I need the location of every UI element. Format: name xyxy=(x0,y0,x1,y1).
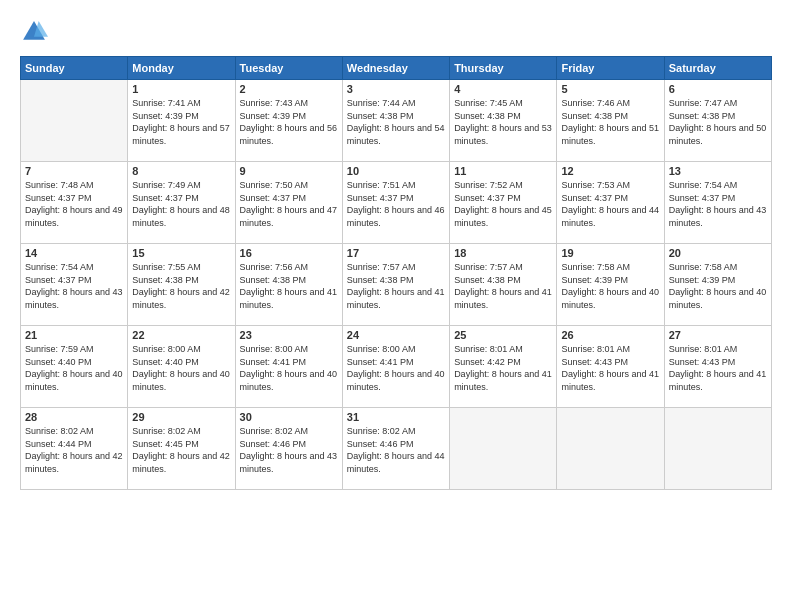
week-row-2: 7Sunrise: 7:48 AMSunset: 4:37 PMDaylight… xyxy=(21,162,772,244)
day-info: Sunrise: 7:59 AMSunset: 4:40 PMDaylight:… xyxy=(25,343,123,393)
day-number: 24 xyxy=(347,329,445,341)
calendar-cell: 24Sunrise: 8:00 AMSunset: 4:41 PMDayligh… xyxy=(342,326,449,408)
weekday-header-monday: Monday xyxy=(128,57,235,80)
calendar-cell: 1Sunrise: 7:41 AMSunset: 4:39 PMDaylight… xyxy=(128,80,235,162)
calendar-cell: 3Sunrise: 7:44 AMSunset: 4:38 PMDaylight… xyxy=(342,80,449,162)
day-info: Sunrise: 7:55 AMSunset: 4:38 PMDaylight:… xyxy=(132,261,230,311)
day-info: Sunrise: 7:52 AMSunset: 4:37 PMDaylight:… xyxy=(454,179,552,229)
calendar-cell: 28Sunrise: 8:02 AMSunset: 4:44 PMDayligh… xyxy=(21,408,128,490)
day-number: 8 xyxy=(132,165,230,177)
day-info: Sunrise: 8:02 AMSunset: 4:46 PMDaylight:… xyxy=(347,425,445,475)
calendar-cell: 15Sunrise: 7:55 AMSunset: 4:38 PMDayligh… xyxy=(128,244,235,326)
day-info: Sunrise: 7:49 AMSunset: 4:37 PMDaylight:… xyxy=(132,179,230,229)
calendar-cell: 27Sunrise: 8:01 AMSunset: 4:43 PMDayligh… xyxy=(664,326,771,408)
day-number: 29 xyxy=(132,411,230,423)
day-number: 22 xyxy=(132,329,230,341)
calendar-cell: 23Sunrise: 8:00 AMSunset: 4:41 PMDayligh… xyxy=(235,326,342,408)
day-number: 16 xyxy=(240,247,338,259)
calendar-cell: 4Sunrise: 7:45 AMSunset: 4:38 PMDaylight… xyxy=(450,80,557,162)
day-number: 14 xyxy=(25,247,123,259)
calendar-cell: 20Sunrise: 7:58 AMSunset: 4:39 PMDayligh… xyxy=(664,244,771,326)
day-number: 1 xyxy=(132,83,230,95)
day-info: Sunrise: 7:56 AMSunset: 4:38 PMDaylight:… xyxy=(240,261,338,311)
day-number: 7 xyxy=(25,165,123,177)
week-row-4: 21Sunrise: 7:59 AMSunset: 4:40 PMDayligh… xyxy=(21,326,772,408)
day-info: Sunrise: 7:46 AMSunset: 4:38 PMDaylight:… xyxy=(561,97,659,147)
day-info: Sunrise: 7:41 AMSunset: 4:39 PMDaylight:… xyxy=(132,97,230,147)
calendar-cell: 17Sunrise: 7:57 AMSunset: 4:38 PMDayligh… xyxy=(342,244,449,326)
day-number: 13 xyxy=(669,165,767,177)
calendar-cell: 26Sunrise: 8:01 AMSunset: 4:43 PMDayligh… xyxy=(557,326,664,408)
calendar-cell: 6Sunrise: 7:47 AMSunset: 4:38 PMDaylight… xyxy=(664,80,771,162)
day-info: Sunrise: 8:02 AMSunset: 4:44 PMDaylight:… xyxy=(25,425,123,475)
calendar-cell: 18Sunrise: 7:57 AMSunset: 4:38 PMDayligh… xyxy=(450,244,557,326)
day-number: 28 xyxy=(25,411,123,423)
day-info: Sunrise: 7:58 AMSunset: 4:39 PMDaylight:… xyxy=(669,261,767,311)
weekday-header-thursday: Thursday xyxy=(450,57,557,80)
week-row-1: 1Sunrise: 7:41 AMSunset: 4:39 PMDaylight… xyxy=(21,80,772,162)
calendar-table: SundayMondayTuesdayWednesdayThursdayFrid… xyxy=(20,56,772,490)
day-info: Sunrise: 8:01 AMSunset: 4:42 PMDaylight:… xyxy=(454,343,552,393)
weekday-header-saturday: Saturday xyxy=(664,57,771,80)
calendar-cell: 29Sunrise: 8:02 AMSunset: 4:45 PMDayligh… xyxy=(128,408,235,490)
day-number: 3 xyxy=(347,83,445,95)
day-info: Sunrise: 7:57 AMSunset: 4:38 PMDaylight:… xyxy=(454,261,552,311)
day-number: 21 xyxy=(25,329,123,341)
calendar-cell: 21Sunrise: 7:59 AMSunset: 4:40 PMDayligh… xyxy=(21,326,128,408)
weekday-header-friday: Friday xyxy=(557,57,664,80)
day-number: 15 xyxy=(132,247,230,259)
day-info: Sunrise: 7:50 AMSunset: 4:37 PMDaylight:… xyxy=(240,179,338,229)
calendar-cell: 11Sunrise: 7:52 AMSunset: 4:37 PMDayligh… xyxy=(450,162,557,244)
calendar-cell: 14Sunrise: 7:54 AMSunset: 4:37 PMDayligh… xyxy=(21,244,128,326)
week-row-5: 28Sunrise: 8:02 AMSunset: 4:44 PMDayligh… xyxy=(21,408,772,490)
day-number: 20 xyxy=(669,247,767,259)
weekday-header-tuesday: Tuesday xyxy=(235,57,342,80)
day-info: Sunrise: 7:47 AMSunset: 4:38 PMDaylight:… xyxy=(669,97,767,147)
day-info: Sunrise: 8:01 AMSunset: 4:43 PMDaylight:… xyxy=(669,343,767,393)
day-number: 25 xyxy=(454,329,552,341)
calendar-cell: 22Sunrise: 8:00 AMSunset: 4:40 PMDayligh… xyxy=(128,326,235,408)
weekday-header-sunday: Sunday xyxy=(21,57,128,80)
day-number: 23 xyxy=(240,329,338,341)
day-info: Sunrise: 7:43 AMSunset: 4:39 PMDaylight:… xyxy=(240,97,338,147)
calendar-cell: 19Sunrise: 7:58 AMSunset: 4:39 PMDayligh… xyxy=(557,244,664,326)
calendar-cell xyxy=(450,408,557,490)
day-info: Sunrise: 7:54 AMSunset: 4:37 PMDaylight:… xyxy=(669,179,767,229)
calendar-cell: 12Sunrise: 7:53 AMSunset: 4:37 PMDayligh… xyxy=(557,162,664,244)
day-info: Sunrise: 8:00 AMSunset: 4:41 PMDaylight:… xyxy=(347,343,445,393)
day-number: 31 xyxy=(347,411,445,423)
calendar-cell: 5Sunrise: 7:46 AMSunset: 4:38 PMDaylight… xyxy=(557,80,664,162)
day-info: Sunrise: 7:53 AMSunset: 4:37 PMDaylight:… xyxy=(561,179,659,229)
day-number: 5 xyxy=(561,83,659,95)
day-info: Sunrise: 7:54 AMSunset: 4:37 PMDaylight:… xyxy=(25,261,123,311)
day-info: Sunrise: 7:58 AMSunset: 4:39 PMDaylight:… xyxy=(561,261,659,311)
logo xyxy=(20,18,52,46)
week-row-3: 14Sunrise: 7:54 AMSunset: 4:37 PMDayligh… xyxy=(21,244,772,326)
day-number: 4 xyxy=(454,83,552,95)
calendar-cell: 30Sunrise: 8:02 AMSunset: 4:46 PMDayligh… xyxy=(235,408,342,490)
day-number: 2 xyxy=(240,83,338,95)
calendar-cell: 10Sunrise: 7:51 AMSunset: 4:37 PMDayligh… xyxy=(342,162,449,244)
day-number: 6 xyxy=(669,83,767,95)
calendar-cell xyxy=(21,80,128,162)
day-number: 17 xyxy=(347,247,445,259)
calendar-cell: 25Sunrise: 8:01 AMSunset: 4:42 PMDayligh… xyxy=(450,326,557,408)
day-info: Sunrise: 7:45 AMSunset: 4:38 PMDaylight:… xyxy=(454,97,552,147)
header xyxy=(20,18,772,46)
calendar-cell: 31Sunrise: 8:02 AMSunset: 4:46 PMDayligh… xyxy=(342,408,449,490)
day-info: Sunrise: 7:57 AMSunset: 4:38 PMDaylight:… xyxy=(347,261,445,311)
calendar-cell xyxy=(664,408,771,490)
calendar-cell: 7Sunrise: 7:48 AMSunset: 4:37 PMDaylight… xyxy=(21,162,128,244)
calendar-cell: 9Sunrise: 7:50 AMSunset: 4:37 PMDaylight… xyxy=(235,162,342,244)
calendar-cell: 16Sunrise: 7:56 AMSunset: 4:38 PMDayligh… xyxy=(235,244,342,326)
day-info: Sunrise: 8:01 AMSunset: 4:43 PMDaylight:… xyxy=(561,343,659,393)
weekday-header-row: SundayMondayTuesdayWednesdayThursdayFrid… xyxy=(21,57,772,80)
calendar-cell: 2Sunrise: 7:43 AMSunset: 4:39 PMDaylight… xyxy=(235,80,342,162)
day-info: Sunrise: 8:00 AMSunset: 4:41 PMDaylight:… xyxy=(240,343,338,393)
day-info: Sunrise: 8:00 AMSunset: 4:40 PMDaylight:… xyxy=(132,343,230,393)
day-number: 11 xyxy=(454,165,552,177)
day-info: Sunrise: 8:02 AMSunset: 4:46 PMDaylight:… xyxy=(240,425,338,475)
weekday-header-wednesday: Wednesday xyxy=(342,57,449,80)
day-number: 10 xyxy=(347,165,445,177)
day-number: 19 xyxy=(561,247,659,259)
